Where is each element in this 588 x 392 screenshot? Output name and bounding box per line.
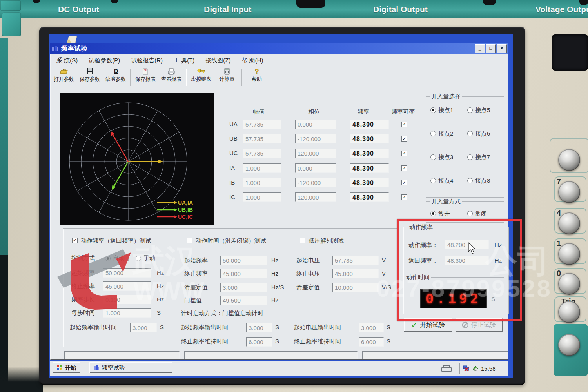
window-title: 频率试验	[61, 45, 88, 53]
channel-IC-frequency-field[interactable]: 48.300	[350, 192, 389, 202]
trip-time-test-title: 动作时间（滑差闭锁）测试	[196, 237, 266, 245]
channel-UA-phase-field[interactable]: 0.000	[295, 120, 336, 129]
printer-icon[interactable]	[440, 365, 453, 372]
channel-UC-phase-field[interactable]: 120.000	[295, 149, 336, 158]
trip-time-test-终止频率-field[interactable]: 45.000	[220, 269, 267, 278]
contact-radio-8[interactable]	[467, 178, 473, 183]
mouse-cursor	[468, 242, 477, 255]
toolbar-calculator-button[interactable]: 计算器	[214, 66, 240, 83]
toolbar-virtual-keyboard-button[interactable]: 虚拟键盘	[188, 66, 214, 83]
undervoltage-test-bottom-label-2: 终止频率维持时间	[294, 338, 341, 345]
undervoltage-test-起始电压-field[interactable]: 57.735	[332, 256, 379, 265]
phasor-legend-label: UB,IB	[178, 207, 193, 213]
toolbar-help-button[interactable]: ?帮助	[244, 66, 270, 83]
taskbar-clock: 15:58	[481, 365, 496, 372]
contact-radio-2[interactable]	[430, 131, 436, 136]
toolbar-label: 缺省参数	[103, 76, 129, 83]
menu-item-3[interactable]: 试验报告(R)	[125, 57, 168, 64]
mode-radio-1[interactable]	[430, 211, 436, 216]
mode-radio-2[interactable]	[467, 211, 473, 216]
menu-item-6[interactable]: 帮 助(H)	[236, 57, 269, 64]
panel-knob-1[interactable]	[558, 243, 580, 265]
channel-UA-frequency-field[interactable]: 48.300	[350, 120, 389, 129]
toolbar-view-report-button[interactable]: 查看报表	[158, 66, 184, 83]
cable-connector	[483, 0, 496, 5]
contact-radio-3[interactable]	[430, 154, 436, 160]
channel-IC-phase-field[interactable]: 120.000	[295, 192, 336, 202]
panel-knob-bottom[interactable]	[558, 334, 580, 356]
trip-time-test-起始频率输出时间-field[interactable]: 3.000	[246, 323, 272, 332]
trip-time-test-滑差定值-field[interactable]: 3.000	[220, 283, 267, 292]
channel-IA-freq-variable-checkbox[interactable]: ✓	[401, 165, 407, 171]
channel-UC-amplitude-field[interactable]: 57.735	[243, 149, 281, 158]
start-button[interactable]: 开始	[53, 362, 80, 373]
maximize-button[interactable]: □	[486, 44, 496, 53]
undervoltage-test-终止频率维持时间-field[interactable]: 6.000	[359, 337, 384, 347]
toolbar-save-report-button[interactable]: DEL保存报表	[132, 66, 158, 83]
toolbar-save-floppy-button[interactable]: 保存参数	[77, 66, 103, 83]
taskbar-task-button[interactable]: 频率试验	[89, 362, 172, 373]
trip-time-test-起始频率-field[interactable]: 50.000	[220, 256, 267, 265]
watermark-logo	[57, 236, 132, 310]
channel-UB-amplitude-field[interactable]: 57.735	[243, 134, 281, 143]
panel-knob-0[interactable]	[558, 273, 580, 295]
device-label-voltage-output: Voltage Output	[535, 5, 588, 14]
virtual-keyboard-icon	[188, 68, 214, 75]
channel-IA-amplitude-field[interactable]: 1.000	[243, 163, 281, 173]
toolbar-open-folder-button[interactable]: 打开参数	[51, 66, 77, 83]
channel-UB-phase-field[interactable]: -120.000	[295, 134, 336, 143]
trip-time-test-门槛值-field[interactable]: 49.500	[220, 296, 267, 305]
contact-radio-1[interactable]	[430, 107, 436, 113]
menu-item-5[interactable]: 接线图(Z)	[200, 57, 236, 64]
channel-IA-phase-field[interactable]: 0.000	[295, 163, 336, 173]
channel-IB-phase-field[interactable]: -120.000	[295, 178, 336, 187]
device-left-edge	[0, 38, 8, 257]
menu-item-1[interactable]: 系 统(S)	[51, 57, 83, 64]
channel-UC-frequency-field[interactable]: 48.300	[350, 149, 389, 158]
undervoltage-test-滑差定值-field[interactable]: 10.000	[332, 283, 379, 292]
contact-label-1: 接点1	[438, 107, 453, 114]
close-button[interactable]: ×	[497, 44, 507, 53]
tray-utility-icon[interactable]	[472, 365, 479, 372]
window-titlebar[interactable]: 频率试验 _ □ ×	[50, 43, 508, 54]
device-connector-panel	[552, 34, 588, 71]
menu-item-2[interactable]: 试验参数(P)	[83, 57, 125, 64]
contact-radio-7[interactable]	[467, 154, 473, 160]
contact-radio-4[interactable]	[430, 178, 436, 183]
svg-text:?: ?	[255, 68, 259, 75]
channel-IC-amplitude-field[interactable]: 1.000	[243, 192, 281, 202]
contact-radio-5[interactable]	[467, 107, 473, 113]
channel-IC-freq-variable-checkbox[interactable]: ✓	[401, 194, 407, 200]
panel-knob-7[interactable]	[558, 181, 580, 203]
channel-UB-freq-variable-checkbox[interactable]: ✓	[401, 136, 407, 142]
open-folder-icon	[51, 68, 77, 75]
minimize-button[interactable]: _	[475, 44, 485, 53]
undervoltage-test-终止电压-field[interactable]: 45.000	[332, 269, 379, 278]
channel-UA-freq-variable-checkbox[interactable]: ✓	[401, 122, 407, 127]
channel-IB-frequency-field[interactable]: 48.300	[350, 178, 389, 187]
network-disconnected-icon[interactable]	[463, 365, 470, 372]
undervoltage-test-起始电压输出时间-field[interactable]: 3.000	[359, 323, 384, 332]
channel-IB-freq-variable-checkbox[interactable]: ✓	[401, 180, 407, 185]
contact-radio-6[interactable]	[467, 131, 473, 136]
input-select-groupbox-title: 开入量选择	[430, 93, 462, 100]
channel-name-UA: UA	[229, 121, 238, 127]
freq-trip-test-起始频率输出时间-field[interactable]: 3.000	[130, 323, 157, 332]
channel-UA-amplitude-field[interactable]: 57.735	[243, 120, 281, 129]
panel-knob-4[interactable]	[558, 212, 580, 234]
channel-IA-frequency-field[interactable]: 48.300	[350, 163, 389, 173]
trip-time-test-终止频率维持时间-field[interactable]: 6.000	[246, 337, 272, 347]
contact-label-8: 接点8	[475, 177, 490, 185]
toolbar-default-params-button[interactable]: D缺省参数	[103, 66, 129, 83]
panel-knob-top[interactable]	[558, 149, 580, 171]
desktop-icon[interactable]	[65, 34, 78, 44]
channel-UC-freq-variable-checkbox[interactable]: ✓	[401, 151, 407, 156]
channel-IB-amplitude-field[interactable]: 1.000	[243, 178, 281, 187]
contact-label-2: 接点2	[438, 130, 453, 138]
panel-knob-Trig[interactable]	[558, 301, 580, 323]
undervoltage-test-checkbox[interactable]	[300, 238, 305, 243]
menu-item-4[interactable]: 工 具(T)	[168, 57, 200, 64]
channel-UB-frequency-field[interactable]: 48.300	[350, 134, 389, 143]
toolbar-separator	[130, 69, 131, 86]
channel-header-2: 相位	[308, 108, 320, 116]
